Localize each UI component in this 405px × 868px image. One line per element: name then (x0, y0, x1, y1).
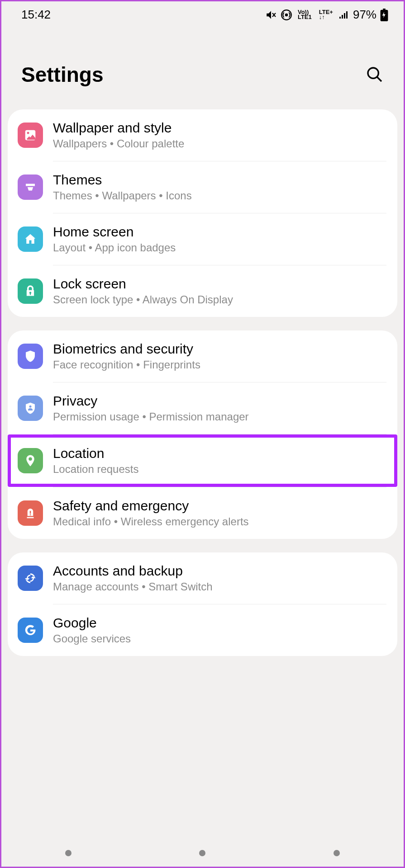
nav-bar (1, 840, 404, 867)
row-subtitle: Medical info • Wireless emergency alerts (53, 515, 386, 528)
settings-row-themes[interactable]: Themes Themes • Wallpapers • Icons (8, 161, 397, 213)
svg-point-7 (27, 132, 29, 134)
battery-percent: 97% (353, 8, 376, 22)
header: Settings (1, 26, 404, 109)
row-text: Home screen Layout • App icon badges (53, 224, 386, 254)
nav-home[interactable] (199, 850, 205, 856)
google-icon (18, 618, 43, 643)
row-title: Lock screen (53, 276, 386, 292)
lte-indicator: Vo))LTE1 (298, 10, 312, 19)
row-subtitle: Location requests (53, 463, 386, 476)
shield-icon (18, 344, 43, 369)
settings-group: Accounts and backup Manage accounts • Sm… (8, 552, 397, 656)
row-subtitle: Permission usage • Permission manager (53, 410, 386, 423)
row-text: Lock screen Screen lock type • Always On… (53, 276, 386, 306)
row-text: Biometrics and security Face recognition… (53, 341, 386, 371)
settings-row-home-screen[interactable]: Home screen Layout • App icon badges (8, 213, 397, 265)
row-subtitle: Google services (53, 632, 386, 645)
row-text: Location Location requests (53, 446, 386, 476)
status-bar: 15:42 Vo))LTE1 LTE+↓↑ 97% (1, 1, 404, 26)
battery-icon (380, 9, 388, 21)
row-subtitle: Layout • App icon badges (53, 241, 386, 254)
svg-point-10 (30, 514, 31, 516)
settings-row-google[interactable]: Google Google services (8, 604, 397, 656)
status-indicators: Vo))LTE1 LTE+↓↑ 97% (265, 8, 388, 22)
row-subtitle: Face recognition • Fingerprints (53, 359, 386, 371)
settings-group: Biometrics and security Face recognition… (8, 330, 397, 539)
search-icon[interactable] (366, 66, 384, 84)
row-subtitle: Wallpapers • Colour palette (53, 137, 386, 150)
nav-back[interactable] (334, 850, 340, 856)
lock-icon (18, 278, 43, 304)
settings-row-wallpaper[interactable]: Wallpaper and style Wallpapers • Colour … (8, 109, 397, 161)
shield-dot-icon (18, 396, 43, 421)
svg-rect-3 (383, 9, 386, 10)
signal-icon (338, 9, 349, 20)
row-text: Themes Themes • Wallpapers • Icons (53, 172, 386, 202)
row-subtitle: Manage accounts • Smart Switch (53, 580, 386, 593)
settings-row-safety[interactable]: Safety and emergency Medical info • Wire… (8, 487, 397, 539)
home-icon (18, 226, 43, 252)
row-title: Accounts and backup (53, 563, 386, 579)
hotspot-icon (281, 9, 292, 21)
nav-recent[interactable] (65, 850, 71, 856)
siren-icon (18, 500, 43, 526)
row-text: Privacy Permission usage • Permission ma… (53, 393, 386, 423)
sync-icon (18, 566, 43, 591)
svg-point-4 (368, 68, 378, 78)
row-title: Home screen (53, 224, 386, 240)
page-title: Settings (21, 62, 103, 87)
image-icon (18, 123, 43, 148)
row-text: Google Google services (53, 615, 386, 645)
settings-row-location[interactable]: Location Location requests (8, 434, 397, 487)
svg-point-8 (29, 406, 32, 408)
row-title: Biometrics and security (53, 341, 386, 357)
settings-row-biometrics[interactable]: Biometrics and security Face recognition… (8, 330, 397, 382)
row-title: Safety and emergency (53, 498, 386, 514)
row-subtitle: Themes • Wallpapers • Icons (53, 189, 386, 202)
mute-icon (265, 9, 277, 21)
row-text: Wallpaper and style Wallpapers • Colour … (53, 120, 386, 150)
row-text: Accounts and backup Manage accounts • Sm… (53, 563, 386, 593)
row-title: Privacy (53, 393, 386, 409)
settings-row-lock-screen[interactable]: Lock screen Screen lock type • Always On… (8, 265, 397, 317)
status-time: 15:42 (21, 8, 51, 22)
settings-row-privacy[interactable]: Privacy Permission usage • Permission ma… (8, 382, 397, 434)
svg-rect-9 (30, 511, 31, 514)
brush-icon (18, 175, 43, 200)
row-title: Location (53, 446, 386, 461)
row-title: Wallpaper and style (53, 120, 386, 136)
svg-point-0 (285, 13, 288, 16)
lte-indicator-2: LTE+↓↑ (319, 10, 333, 19)
svg-line-5 (377, 77, 381, 81)
settings-row-accounts[interactable]: Accounts and backup Manage accounts • Sm… (8, 552, 397, 604)
row-text: Safety and emergency Medical info • Wire… (53, 498, 386, 528)
settings-content: Wallpaper and style Wallpapers • Colour … (1, 109, 404, 656)
settings-group: Wallpaper and style Wallpapers • Colour … (8, 109, 397, 317)
pin-icon (18, 448, 43, 473)
row-title: Themes (53, 172, 386, 188)
row-title: Google (53, 615, 386, 631)
row-subtitle: Screen lock type • Always On Display (53, 293, 386, 306)
